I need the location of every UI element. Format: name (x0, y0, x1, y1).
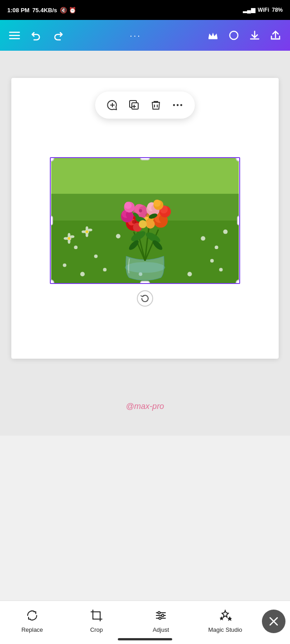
mid-area: @max-pro (0, 377, 290, 436)
adjust-label: Adjust (153, 626, 169, 633)
menu-icon[interactable] (9, 30, 20, 41)
design-canvas[interactable] (11, 78, 279, 359)
svg-point-36 (86, 231, 88, 233)
handle-bottom-right[interactable] (236, 279, 240, 284)
wifi-icon: WiFi (258, 7, 269, 13)
svg-point-76 (139, 209, 142, 212)
magic-studio-label: Magic Studio (208, 626, 242, 633)
replace-tool[interactable]: Replace (0, 607, 64, 635)
bottom-toolbar: Replace Crop Adjust (0, 601, 290, 644)
bottom-spacer (0, 436, 290, 490)
share-icon[interactable] (270, 30, 281, 41)
svg-point-72 (146, 220, 155, 229)
status-left: 1:08 PM 75.4KB/s 🔇 ⏰ (7, 7, 76, 14)
svg-point-23 (103, 268, 106, 271)
svg-point-30 (64, 237, 68, 240)
battery-level: 78% (272, 7, 283, 13)
top-toolbar: ··· (0, 20, 290, 51)
download-icon[interactable] (249, 30, 260, 41)
svg-point-82 (162, 615, 164, 617)
copy-button[interactable] (124, 95, 144, 115)
svg-point-81 (158, 612, 160, 614)
status-time: 1:08 PM (7, 7, 29, 14)
svg-point-4 (230, 31, 238, 39)
magic-studio-icon (219, 609, 232, 624)
replace-label: Replace (21, 626, 43, 633)
delete-button[interactable] (146, 95, 166, 115)
svg-point-13 (74, 245, 77, 249)
svg-point-21 (63, 264, 67, 267)
svg-point-67 (154, 200, 161, 207)
svg-point-25 (188, 272, 192, 276)
home-indicator (118, 638, 172, 640)
handle-bottom-mid[interactable] (140, 281, 150, 284)
status-icons: 🔇 ⏰ (60, 7, 76, 14)
svg-point-75 (145, 213, 149, 217)
handle-top-mid[interactable] (140, 157, 150, 160)
svg-point-6 (173, 104, 175, 106)
undo-icon[interactable] (31, 30, 42, 41)
svg-rect-77 (93, 612, 100, 619)
handle-mid-left[interactable] (50, 216, 53, 226)
rotate-handle[interactable] (137, 290, 153, 307)
svg-point-19 (223, 230, 228, 234)
crop-icon (90, 609, 103, 624)
svg-point-15 (94, 255, 98, 258)
selected-image[interactable] (50, 157, 240, 284)
status-bar: 1:08 PM 75.4KB/s 🔇 ⏰ ▂▄▆ WiFi 78% (0, 0, 290, 20)
replace-icon (26, 609, 39, 624)
svg-point-22 (80, 272, 85, 276)
svg-point-7 (177, 104, 179, 106)
crop-label: Crop (90, 626, 103, 633)
svg-point-35 (68, 237, 70, 240)
selected-image-container[interactable] (50, 157, 240, 284)
svg-point-83 (159, 617, 161, 620)
svg-point-20 (210, 259, 214, 263)
svg-point-29 (68, 239, 70, 244)
flower-image-svg (51, 158, 239, 283)
status-right: ▂▄▆ WiFi 78% (243, 7, 283, 13)
svg-point-32 (88, 229, 92, 231)
close-button[interactable] (262, 610, 285, 633)
comment-icon[interactable] (228, 30, 239, 41)
signal-icon: ▂▄▆ (243, 7, 255, 13)
adjust-icon (155, 609, 167, 624)
toolbar-more-dots[interactable]: ··· (130, 30, 141, 41)
svg-rect-0 (9, 32, 20, 33)
crown-icon[interactable] (208, 30, 218, 41)
toolbar-right (208, 30, 281, 41)
canvas-area (0, 51, 290, 377)
adjust-tool[interactable]: Adjust (129, 607, 193, 635)
svg-point-17 (201, 236, 205, 241)
svg-point-18 (215, 245, 218, 249)
svg-rect-3 (208, 38, 218, 39)
svg-point-33 (86, 233, 88, 237)
svg-point-8 (180, 104, 182, 106)
crop-tool[interactable]: Crop (64, 607, 129, 635)
magic-studio-tool[interactable]: Magic Studio (193, 607, 257, 635)
float-toolbar (95, 91, 195, 119)
watermark: @max-pro (126, 402, 164, 411)
svg-point-73 (139, 220, 147, 228)
svg-rect-1 (9, 35, 20, 36)
toolbar-left (9, 30, 63, 41)
svg-point-34 (82, 231, 86, 233)
redo-icon[interactable] (53, 30, 63, 41)
svg-point-24 (219, 268, 223, 271)
svg-point-74 (132, 220, 135, 224)
add-comment-button[interactable] (102, 95, 122, 115)
svg-point-28 (70, 235, 74, 238)
more-options-button[interactable] (168, 95, 188, 115)
status-network: 75.4KB/s (32, 7, 57, 14)
handle-mid-right[interactable] (237, 216, 240, 226)
svg-point-65 (125, 202, 132, 209)
svg-rect-2 (9, 38, 20, 39)
svg-point-16 (116, 234, 121, 239)
